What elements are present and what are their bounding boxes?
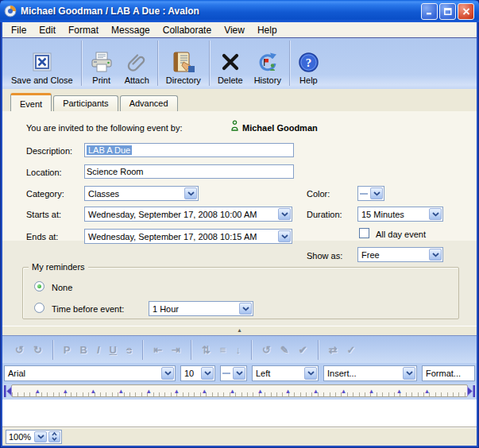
toolbar-collapse-handle[interactable]: ▴ [2, 326, 477, 335]
text-color-select[interactable] [220, 365, 247, 381]
my-reminders-group: My reminders None Time before event: 1 H… [22, 267, 459, 319]
duration-label: Duration: [307, 210, 342, 219]
history-icon [257, 49, 279, 75]
menu-format[interactable]: Format [62, 24, 105, 37]
tab-stop-markers[interactable]: ▴ ▴ ▴ ▴ ▴ ▴ ▴ ▴ ▴ ▴ ▴ ▴ ▴ ▴ ▴ [36, 387, 429, 395]
delete-button[interactable]: Delete [212, 41, 249, 86]
maximize-button[interactable] [439, 3, 456, 20]
description-label: Description: [26, 146, 72, 156]
category-select[interactable]: Classes [84, 186, 199, 201]
all-day-checkbox[interactable] [359, 228, 369, 238]
right-indent-marker[interactable] [466, 384, 476, 398]
location-input[interactable]: Science Room [84, 164, 294, 179]
chevron-down-icon[interactable] [184, 187, 197, 199]
tab-participants[interactable]: Participants [53, 95, 118, 111]
undo-icon[interactable]: ↺ [15, 344, 24, 356]
find-replace-icon[interactable]: ⇄ [329, 344, 338, 356]
history-button[interactable]: History [249, 41, 287, 86]
tab-strip: Event Participants Advanced [2, 89, 477, 111]
redo-icon[interactable]: ↻ [33, 344, 42, 356]
toolbar-separator [81, 41, 82, 86]
chevron-down-icon[interactable] [403, 367, 415, 380]
chevron-down-icon[interactable] [304, 367, 317, 380]
reminder-none-label: None [52, 283, 72, 292]
show-as-label: Show as: [307, 251, 342, 261]
plain-style-icon[interactable]: P [64, 344, 71, 356]
format-select[interactable]: Format... [422, 365, 475, 381]
duration-select[interactable]: 15 Minutes [357, 207, 443, 222]
chevron-down-icon[interactable] [370, 187, 383, 199]
menu-collaborate[interactable]: Collaborate [156, 24, 218, 37]
reminder-time-radio[interactable] [34, 303, 44, 313]
status-bar: 100% [2, 427, 477, 446]
help-button[interactable]: ? Help [292, 41, 325, 86]
ruler: ▴ ▴ ▴ ▴ ▴ ▴ ▴ ▴ ▴ ▴ ▴ ▴ ▴ ▴ ▴ [2, 384, 477, 400]
starts-at-select[interactable]: Wednesday, September 17, 2008 10:00 AM [84, 207, 292, 222]
menu-help[interactable]: Help [251, 24, 284, 37]
strikethrough-icon[interactable]: s [126, 344, 132, 356]
minimize-icon [426, 8, 434, 15]
title-bar: Michael Goodman / LAB A Due : Avalon [0, 0, 479, 22]
bold-icon[interactable]: B [79, 344, 87, 356]
chevron-down-icon[interactable] [161, 367, 174, 380]
menu-file[interactable]: File [5, 24, 33, 37]
save-and-close-button[interactable]: Save and Close [6, 41, 79, 86]
message-body-area[interactable] [2, 400, 477, 427]
align-select[interactable]: Left [252, 365, 319, 381]
close-button[interactable] [458, 3, 474, 20]
toolbar-separator [191, 340, 191, 360]
font-toolbar: Arial 10 Left Insert... Format... [2, 363, 477, 384]
tab-advanced[interactable]: Advanced [120, 95, 178, 111]
text-color-swatch [222, 373, 230, 374]
approve-icon[interactable]: ✔ [299, 344, 307, 356]
all-day-label: All day event [376, 230, 426, 239]
insert-below-icon[interactable]: ↓ [235, 344, 241, 356]
spell-check-icon[interactable]: ✓ [347, 344, 356, 356]
menu-view[interactable]: View [218, 24, 251, 37]
organizer-name: Michael Goodman [242, 123, 318, 133]
menu-edit[interactable]: Edit [33, 24, 62, 37]
print-icon [90, 49, 114, 75]
toolbar-separator [289, 41, 290, 86]
zoom-control[interactable]: 100% [6, 430, 62, 444]
menu-message[interactable]: Message [105, 24, 156, 37]
chevron-down-icon[interactable] [278, 230, 291, 242]
chevron-down-icon[interactable] [34, 431, 47, 442]
outdent-icon[interactable]: ⇤ [153, 344, 162, 356]
reorder-icon[interactable]: ⇅ [202, 344, 211, 356]
attach-button[interactable]: Attach [119, 41, 155, 86]
ends-at-select[interactable]: Wednesday, September 17, 2008 10:15 AM [84, 229, 292, 244]
location-value: Science Room [87, 167, 144, 176]
chevron-down-icon[interactable] [429, 249, 442, 261]
chevron-down-icon[interactable] [278, 208, 291, 220]
revert-icon[interactable]: ↺ [262, 344, 271, 356]
chevron-down-icon[interactable] [201, 367, 214, 380]
zoom-spinner[interactable] [48, 431, 60, 442]
align-icon[interactable]: ≡ [220, 344, 226, 356]
font-family-select[interactable]: Arial [4, 365, 176, 381]
chevron-down-icon[interactable] [239, 303, 252, 315]
zoom-value: 100% [6, 432, 33, 442]
minimize-button[interactable] [421, 3, 438, 20]
chevron-down-icon[interactable] [233, 367, 245, 380]
print-button[interactable]: Print [84, 41, 119, 86]
italic-icon[interactable]: I [97, 344, 100, 356]
event-tab-panel: You are invited to the following event b… [2, 111, 477, 326]
directory-button[interactable]: Directory [160, 41, 207, 86]
chevron-down-icon[interactable] [429, 208, 442, 220]
reminder-time-select[interactable]: 1 Hour [149, 301, 253, 316]
formatting-toolbar: ↺ ↻ P B I U s ⇤ ⇥ ⇅ ≡ ↓ ↺ ✎ ✔ ⇄ ✓ [2, 335, 477, 363]
font-size-select[interactable]: 10 [180, 365, 215, 381]
left-indent-marker[interactable] [3, 384, 13, 398]
pen-icon[interactable]: ✎ [280, 344, 289, 356]
show-as-select[interactable]: Free [357, 247, 443, 262]
toolbar-separator [142, 340, 143, 360]
indent-icon[interactable]: ⇥ [172, 344, 180, 356]
color-select[interactable] [357, 186, 384, 201]
color-swatch [360, 193, 368, 195]
tab-event[interactable]: Event [10, 93, 52, 111]
underline-icon[interactable]: U [110, 344, 117, 356]
insert-select[interactable]: Insert... [323, 365, 417, 381]
description-input[interactable]: LAB A Due [84, 143, 294, 157]
reminder-none-radio[interactable] [34, 281, 44, 292]
